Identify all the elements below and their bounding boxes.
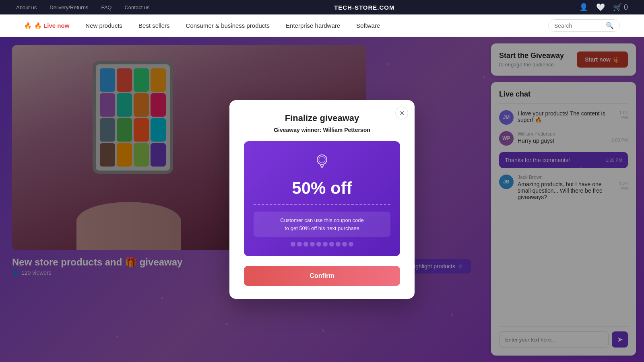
user-icon[interactable]: 👤 xyxy=(579,3,588,12)
modal-subtitle: Giveaway winner: William Petterson xyxy=(244,127,400,133)
giveaway-winner-prefix: Giveaway winner: xyxy=(274,127,323,133)
coupon-divider xyxy=(254,204,390,205)
coupon-bottom: Customer can use this coupon code to get… xyxy=(254,212,390,237)
wave-dot-6 xyxy=(323,242,328,247)
modal-overlay: ✕ Finalize giveaway Giveaway winner: Wil… xyxy=(0,37,644,362)
nav-item-live[interactable]: 🔥 🔥 Live now xyxy=(24,22,69,29)
fire-icon: 🔥 xyxy=(24,22,32,29)
confirm-button[interactable]: Confirm xyxy=(244,266,400,286)
svg-point-1 xyxy=(319,156,325,163)
coupon-desc: Customer can use this coupon code to get… xyxy=(258,216,386,232)
modal-close-button[interactable]: ✕ xyxy=(395,107,408,119)
wave-dot-8 xyxy=(336,242,341,247)
nav-item-best-sellers[interactable]: Best sellers xyxy=(138,22,170,29)
wave-dot-9 xyxy=(342,242,347,247)
top-bar-icons: 👤 🤍 🛒 0 xyxy=(579,3,628,12)
coupon-medal-icon xyxy=(254,151,390,174)
nav-item-enterprise[interactable]: Enterprise hardware xyxy=(286,22,340,29)
nav-item-new-products[interactable]: New products xyxy=(85,22,122,29)
faq-link[interactable]: FAQ xyxy=(101,4,111,10)
about-us-link[interactable]: About us xyxy=(16,4,37,10)
brand-logo: TECH-STORE.COM xyxy=(334,4,394,11)
hero-section: New store products and 🎁 giveaway 👤 120 … xyxy=(0,37,644,362)
contact-us-link[interactable]: Contact us xyxy=(124,4,149,10)
wave-dot-2 xyxy=(297,242,302,247)
wishlist-icon[interactable]: 🤍 xyxy=(596,3,605,12)
finalize-giveaway-modal: ✕ Finalize giveaway Giveaway winner: Wil… xyxy=(229,100,415,299)
modal-title: Finalize giveaway xyxy=(244,113,400,123)
search-input[interactable] xyxy=(554,23,603,29)
wave-dot-3 xyxy=(303,242,308,247)
wave-dot-10 xyxy=(349,242,353,247)
medal-svg xyxy=(312,151,332,170)
cart-icon[interactable]: 🛒 0 xyxy=(613,3,628,12)
search-box[interactable]: 🔍 xyxy=(548,19,620,32)
top-bar-links: About us Delivery/Returns FAQ Contact us xyxy=(16,4,150,10)
wave-dot-5 xyxy=(316,242,321,247)
coupon-waves xyxy=(254,242,390,247)
search-icon: 🔍 xyxy=(606,22,614,29)
wave-dot-7 xyxy=(329,242,334,247)
coupon-card: 50% off Customer can use this coupon cod… xyxy=(244,141,400,256)
wave-dot-1 xyxy=(291,242,295,247)
nav-item-consumer[interactable]: Consumer & business products xyxy=(186,22,270,29)
nav-bar: 🔥 🔥 Live now New products Best sellers C… xyxy=(0,14,644,37)
wave-dot-4 xyxy=(310,242,315,247)
delivery-returns-link[interactable]: Delivery/Returns xyxy=(50,4,88,10)
nav-item-software[interactable]: Software xyxy=(356,22,380,29)
top-bar: About us Delivery/Returns FAQ Contact us… xyxy=(0,0,644,14)
coupon-amount: 50% off xyxy=(254,179,390,198)
